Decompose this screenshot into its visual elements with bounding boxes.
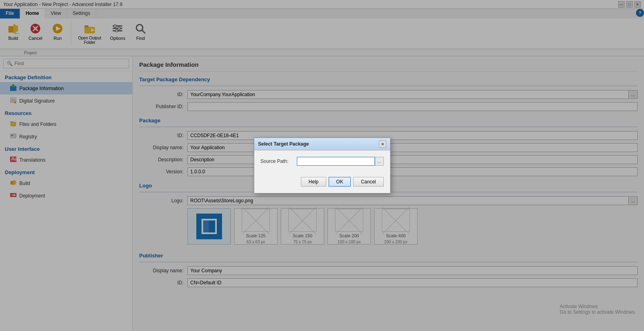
source-path-label: Source Path: — [261, 158, 297, 164]
dialog-cancel-button[interactable]: Cancel — [353, 177, 383, 187]
dialog-title-bar: Select Target Package ✕ — [254, 138, 390, 150]
source-path-browse-button[interactable]: … — [375, 157, 384, 166]
dialog-title: Select Target Package — [258, 141, 309, 147]
dialog-close-button[interactable]: ✕ — [379, 140, 386, 148]
dialog-ok-button[interactable]: OK — [329, 177, 351, 187]
source-path-input[interactable] — [297, 157, 375, 166]
dialog-help-button[interactable]: Help — [301, 177, 326, 187]
select-target-package-dialog: Select Target Package ✕ Source Path: … H… — [254, 138, 391, 193]
dialog-overlay: Select Target Package ✕ Source Path: … H… — [0, 0, 644, 331]
source-path-input-container: … — [297, 157, 384, 166]
